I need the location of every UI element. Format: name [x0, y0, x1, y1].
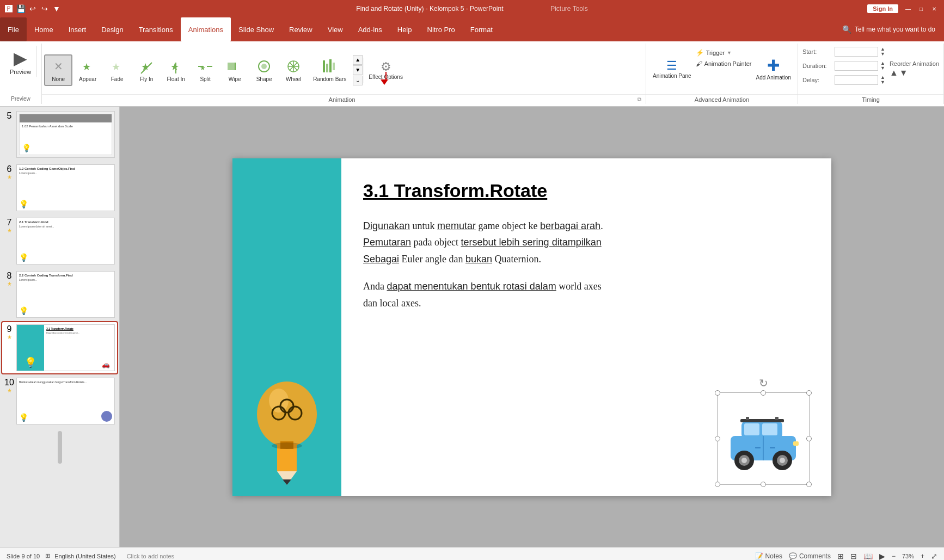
menu-item-view[interactable]: View: [320, 17, 351, 41]
timing-duration-row: Duration: ▲ ▼: [802, 60, 885, 72]
animation-randombars-button[interactable]: Random Bars: [309, 56, 351, 85]
svg-text:★: ★: [141, 61, 150, 72]
menu-item-addins[interactable]: Add-ins: [351, 17, 390, 41]
trigger-painter-column: ⚡ Trigger ▼ 🖌 Animation Painter: [696, 46, 752, 92]
selection-handle-tl[interactable]: [715, 390, 720, 396]
title-bar-left: 🅿 💾 ↩ ↪ ▼: [4, 4, 61, 13]
notes-button[interactable]: 📝 Notes: [755, 552, 782, 560]
close-button[interactable]: ✕: [929, 3, 940, 14]
redo-icon[interactable]: ↪: [40, 4, 49, 13]
slide-panel-scrollbar[interactable]: [2, 431, 117, 464]
selection-handle-tr[interactable]: [806, 390, 812, 396]
duration-input[interactable]: [835, 61, 878, 71]
slide-star-6: ★: [7, 174, 12, 180]
save-icon[interactable]: 💾: [16, 4, 25, 13]
menu-item-insert[interactable]: Insert: [61, 17, 94, 41]
scroll-up-button[interactable]: ▲: [353, 55, 363, 65]
animation-split-button[interactable]: ★ Split: [191, 56, 219, 85]
animation-fade-button[interactable]: ★ Fade: [103, 56, 131, 85]
move-later-button[interactable]: ▼: [899, 68, 908, 78]
floatin-label: Float In: [167, 76, 185, 83]
menu-item-transitions[interactable]: Transitions: [131, 17, 181, 41]
slide-thumb-9[interactable]: 9 ★ 💡 3.1 Transform.Rotate Digunakan unt…: [2, 322, 117, 373]
trigger-button[interactable]: ⚡ Trigger ▼: [696, 48, 752, 58]
ribbon: ▶ Preview Preview ✕ None ★ Appear: [0, 41, 944, 107]
wipe-label: Wipe: [229, 76, 241, 83]
animation-painter-button[interactable]: 🖌 Animation Painter: [696, 59, 752, 69]
selection-handle-mr[interactable]: [806, 436, 812, 441]
svg-rect-45: [793, 441, 799, 446]
start-input[interactable]: [835, 47, 878, 57]
scroll-down-button[interactable]: ▼: [353, 65, 363, 75]
delay-down-arrow[interactable]: ▼: [880, 80, 885, 85]
sign-in-button[interactable]: Sign In: [867, 4, 898, 13]
slide-sorter-button[interactable]: ⊟: [850, 552, 857, 561]
menu-item-help[interactable]: Help: [390, 17, 420, 41]
animation-scroll-control: ▲ ▼ ⌄: [353, 54, 363, 87]
animation-painter-icon: 🖌: [696, 60, 702, 67]
normal-view-button[interactable]: ⊞: [837, 552, 844, 561]
zoom-in-button[interactable]: +: [921, 552, 924, 560]
slide-preview-6: 1.2 Contoh Coding GameObjec.Find Lorem i…: [16, 164, 115, 211]
notes-icon: 📝: [755, 552, 763, 560]
comments-button[interactable]: 💬 Comments: [789, 552, 831, 560]
menu-item-design[interactable]: Design: [94, 17, 131, 41]
slide-thumb-5[interactable]: 5 1.02 Penambahan Asset dan Scale 💡: [2, 109, 117, 160]
menu-item-slideshow[interactable]: Slide Show: [231, 17, 281, 41]
slideshow-button[interactable]: ▶: [879, 552, 885, 561]
move-earlier-button[interactable]: ▲: [890, 68, 898, 78]
appear-label: Appear: [79, 76, 96, 83]
car-selection-box[interactable]: ↻: [717, 392, 810, 485]
start-down-arrow[interactable]: ▼: [880, 52, 885, 57]
animation-wheel-button[interactable]: Wheel: [279, 56, 308, 85]
quick-access-icon[interactable]: ▼: [52, 4, 61, 13]
effect-options-button[interactable]: ⚙ Effect Options: [364, 58, 407, 83]
slide-thumb-10[interactable]: 10 ★ Berikut adalah menggunakan fungsi T…: [2, 376, 117, 427]
animation-wipe-button[interactable]: Wipe: [220, 56, 249, 85]
animation-shape-button[interactable]: Shape: [250, 56, 278, 85]
window-controls: — □ ✕: [903, 3, 940, 14]
slide-thumb-6[interactable]: 6 ★ 1.2 Contoh Coding GameObjec.Find Lor…: [2, 162, 117, 213]
svg-rect-18: [323, 60, 325, 72]
window-title: Find and Rotate (Unity) - Kelompok 5 - P…: [356, 5, 587, 13]
none-label: None: [52, 76, 65, 83]
animation-appear-button[interactable]: ★ Appear: [73, 56, 102, 85]
add-animation-button[interactable]: ✚ Add Animation: [751, 46, 795, 92]
animation-pane-icon: ☰: [666, 59, 677, 73]
animation-pane-button[interactable]: ☰ Animation Pane: [648, 46, 696, 92]
slide-preview-8: 2.2 Contoh Coding Transform.Find Lorem i…: [16, 271, 115, 318]
minimize-button[interactable]: —: [903, 3, 914, 14]
selection-handle-tm[interactable]: [761, 390, 766, 396]
menu-item-nitro[interactable]: Nitro Pro: [420, 17, 463, 41]
delay-input[interactable]: [835, 75, 878, 85]
animation-flyin-button[interactable]: ★ Fly In: [132, 56, 161, 85]
slide-thumb-8[interactable]: 8 ★ 2.2 Contoh Coding Transform.Find Lor…: [2, 269, 117, 320]
selection-handle-br[interactable]: [806, 482, 812, 487]
selection-handle-bl[interactable]: [715, 482, 720, 487]
fit-to-window-button[interactable]: ⤢: [931, 552, 937, 561]
slide-star-7: ★: [7, 227, 12, 233]
animation-dialog-launcher[interactable]: ⧉: [637, 96, 641, 103]
selection-handle-ml[interactable]: [715, 436, 720, 441]
scroll-more-button[interactable]: ⌄: [353, 76, 363, 85]
reading-view-button[interactable]: 📖: [863, 552, 873, 561]
animation-none-button[interactable]: ✕ None: [44, 54, 72, 86]
menu-item-home[interactable]: Home: [27, 17, 61, 41]
wheel-icon: [285, 58, 302, 75]
animation-floatin-button[interactable]: ★ Float In: [162, 56, 190, 85]
click-to-add-notes[interactable]: Click to add notes: [127, 553, 755, 559]
menu-item-animations[interactable]: Animations: [181, 17, 231, 41]
preview-button[interactable]: ▶ Preview: [4, 46, 37, 77]
zoom-out-button[interactable]: −: [892, 552, 896, 560]
undo-icon[interactable]: ↩: [28, 4, 37, 13]
rotation-handle[interactable]: ↻: [759, 377, 768, 390]
timing-group-label: Timing: [802, 96, 939, 103]
slide-thumb-7[interactable]: 7 ★ 2.1 Transform.Find Lorem ipsum dolor…: [2, 216, 117, 267]
maximize-button[interactable]: □: [916, 3, 927, 14]
slide-paragraph-1: Digunakan untuk memutar game object ke b…: [363, 218, 810, 268]
menu-item-format[interactable]: Format: [463, 17, 500, 41]
menu-item-review[interactable]: Review: [281, 17, 320, 41]
duration-down-arrow[interactable]: ▼: [880, 66, 885, 71]
selection-handle-bm[interactable]: [761, 482, 766, 487]
menu-item-file[interactable]: File: [0, 17, 27, 41]
